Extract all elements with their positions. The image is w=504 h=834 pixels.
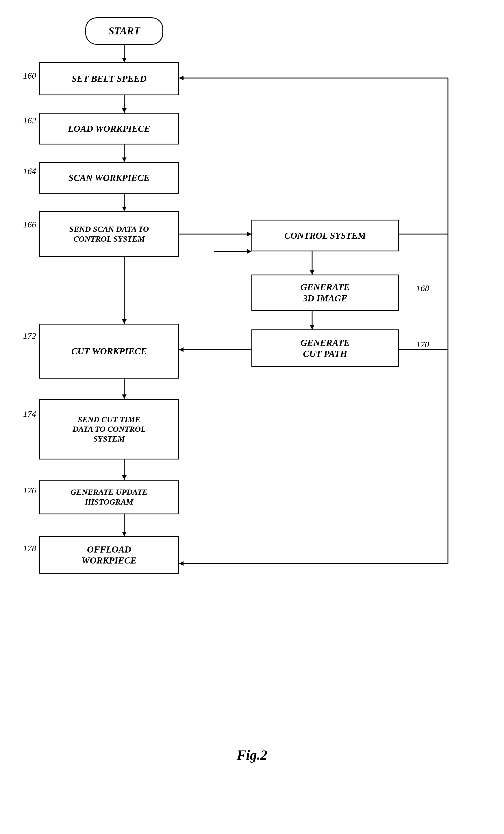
generate-cut-path-box: GENERATE CUT PATH [251,329,399,367]
svg-marker-9 [247,232,251,236]
svg-marker-27 [179,76,183,80]
flowchart-diagram: START 160 SET BELT SPEED 162 LOAD WORKPI… [0,0,504,780]
svg-marker-13 [310,325,314,329]
svg-marker-1 [122,58,127,62]
ref-172: 172 [23,331,36,341]
send-scan-data-box: SEND SCAN DATA TO CONTROL SYSTEM [39,211,179,257]
set-belt-speed-box: SET BELT SPEED [39,62,179,95]
generate-update-histogram-box: GENERATE UPDATE HISTOGRAM [39,480,179,514]
load-workpiece-box: LOAD WORKPIECE [39,113,179,145]
ref-164: 164 [23,166,36,176]
ref-162: 162 [23,116,36,126]
svg-marker-21 [122,475,127,480]
ref-170: 170 [416,339,429,349]
start-node: START [85,17,163,45]
svg-marker-5 [122,157,127,162]
generate-3d-image-box: GENERATE 3D IMAGE [251,275,399,311]
send-cut-time-box: SEND CUT TIME DATA TO CONTROL SYSTEM [39,399,179,460]
svg-marker-11 [310,270,314,275]
control-system-box: CONTROL SYSTEM [251,220,399,251]
svg-marker-17 [122,319,127,324]
svg-marker-19 [122,394,127,399]
ref-178: 178 [23,543,36,553]
svg-marker-23 [122,532,127,536]
offload-workpiece-box: OFFLOAD WORKPIECE [39,536,179,574]
cut-workpiece-box: CUT WORKPIECE [39,324,179,378]
svg-marker-33 [247,249,251,254]
svg-marker-15 [179,347,183,352]
scan-workpiece-box: SCAN WORKPIECE [39,162,179,194]
ref-160: 160 [23,71,36,81]
ref-174: 174 [23,409,36,419]
svg-marker-3 [122,108,127,113]
ref-176: 176 [23,485,36,495]
ref-168: 168 [416,283,429,293]
svg-marker-31 [179,561,183,566]
ref-166: 166 [23,220,36,229]
svg-marker-7 [122,206,127,211]
figure-label: Fig.2 [237,747,267,763]
